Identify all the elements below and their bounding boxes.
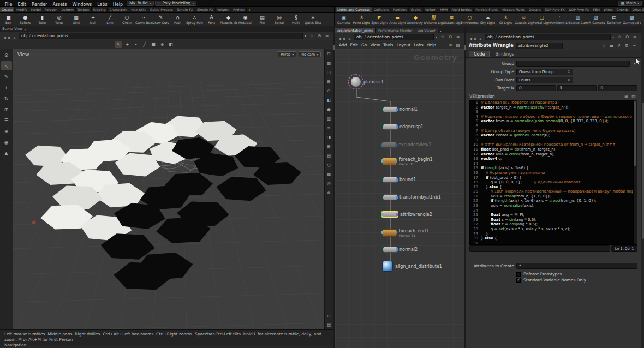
display-background-icon[interactable]: ▩ — [325, 171, 333, 178]
back-icon[interactable]: ◀ — [2, 35, 7, 40]
target-n-field-1[interactable]: 1 — [557, 85, 597, 91]
node-foreach-end1[interactable]: foreach_end1Merge: 31 — [382, 229, 428, 237]
tool-gi-light[interactable]: ☀GI Light — [497, 13, 515, 26]
display-point-normals-icon[interactable]: ⊟ — [325, 78, 333, 85]
checkbox-standard-variable-names-only[interactable]: ✓Standard Variable Names Only — [516, 278, 641, 283]
build-selector[interactable]: My_Build ▾ — [127, 1, 154, 6]
tool-stereo-camera[interactable]: ▥Stereo Camera — [569, 13, 587, 26]
brush-select-icon[interactable]: ✎ — [1, 72, 12, 81]
node-body[interactable] — [382, 261, 393, 272]
shelf-tab-deform[interactable]: Deform — [59, 7, 75, 12]
back-icon[interactable]: ◀ — [337, 36, 342, 41]
display-gamma-icon[interactable]: ⊗ — [325, 189, 333, 196]
sliders-icon[interactable]: ☰ — [607, 43, 615, 49]
display-fields-icon[interactable]: ○ — [325, 161, 333, 169]
tool-curve-bezier[interactable]: ~Curve Bezier — [135, 13, 152, 26]
tool-spray-paint[interactable]: ∴Spray Paint — [186, 13, 203, 26]
shelf-tab-wires[interactable]: Wires — [602, 7, 615, 12]
network-menu-tools[interactable]: Tools — [381, 43, 395, 47]
tool-point-light[interactable]: ☀Point Light — [353, 13, 371, 26]
scene-pane-tab[interactable]: Scene View ▾ — [0, 26, 333, 32]
node-attribwrangle2[interactable]: attribwrangle2 — [382, 211, 432, 218]
shelf-tab-model[interactable]: Model — [29, 7, 43, 12]
tool-area-light[interactable]: ▬Area Light — [389, 13, 407, 26]
pin-icon[interactable]: ⊙ — [315, 33, 323, 39]
display-grid-icon[interactable]: ◎ — [325, 180, 333, 187]
checkbox-box-icon[interactable] — [516, 272, 521, 277]
shelf-tab-terrain-fx[interactable]: Terrain FX — [175, 7, 195, 12]
tool-distant-light[interactable]: ≡Distant Light — [443, 13, 461, 26]
shelf-tab-volume[interactable]: Volume — [216, 7, 231, 12]
prims-mode-icon[interactable]: ■ — [150, 41, 157, 48]
shelf-tab-simple-fx[interactable]: Simple FX — [195, 7, 216, 12]
display-visualizers-icon[interactable]: ⊞ — [325, 143, 333, 150]
network-menu-edit[interactable]: Edit — [349, 43, 360, 47]
checkbox-box-icon[interactable]: ✓ — [516, 278, 521, 283]
path-dropdown-icon[interactable]: ▾ — [612, 35, 614, 39]
tool-portal-light[interactable]: □Portal Light — [533, 13, 551, 26]
tool-helix[interactable]: §Helix — [288, 13, 305, 26]
points-mode-icon[interactable]: ∙ — [132, 41, 140, 48]
group-type-select[interactable]: Guess from Group ↕ — [516, 69, 573, 75]
checkbox-enforce-prototypes[interactable]: Enforce Prototypes — [516, 272, 641, 277]
run-over-select[interactable]: Points ↕ — [516, 77, 573, 83]
display-particles-icon[interactable]: ⊡ — [325, 50, 333, 57]
network-menu-add[interactable]: Add — [337, 43, 349, 47]
node-platonic1[interactable]: platonic1 — [350, 76, 384, 87]
tool-line[interactable]: ╱Line — [102, 13, 118, 26]
handles-tool-icon[interactable]: ☰ — [1, 116, 12, 125]
perspective-selector[interactable]: Persp ▾ — [278, 51, 296, 57]
network-canvas[interactable]: Geometry platonic1normal1edgecusp1explod… — [335, 49, 464, 348]
grid-toggle-icon[interactable]: ⊞ — [325, 313, 333, 320]
shelf-tab-vellum[interactable]: Vellum — [424, 7, 438, 12]
snapping-menu-icon[interactable]: ⊕ — [158, 41, 166, 48]
node-explodedview1[interactable]: explodedview1 — [382, 142, 431, 148]
display-point-numbers-icon[interactable]: ⊙ — [325, 87, 333, 94]
node-body[interactable] — [382, 211, 398, 218]
tool-switcher[interactable]: ⇄Switcher — [605, 13, 623, 26]
shelf-tab-modify[interactable]: Modify — [15, 7, 29, 12]
scale-tool-icon[interactable]: ⊞ — [1, 105, 12, 114]
bookmark-icon[interactable]: ☆ — [308, 33, 315, 39]
display-prim-normals-icon[interactable]: ◧ — [325, 97, 333, 104]
memory-usage-icon[interactable]: ▤ — [325, 321, 333, 328]
display-group-list-icon[interactable]: ◨ — [325, 134, 333, 141]
node-edgecusp1[interactable]: edgecusp1 — [383, 124, 424, 130]
shelf-tab-fem[interactable]: FEM — [591, 7, 601, 12]
node-normal1[interactable]: normal1 — [383, 106, 418, 112]
tab-bindings[interactable]: Bindings — [491, 51, 518, 57]
vex-code-editor[interactable]: 1// Целевая ось (берётся из параметра)2v… — [469, 100, 637, 245]
tool-ambient-light[interactable]: ◦Ambient Light — [551, 13, 569, 26]
tool-gamepad-camera[interactable]: ▩Gamepad Camera — [623, 13, 641, 26]
display-guides-icon[interactable]: ▤ — [325, 152, 333, 159]
back-icon[interactable]: ◀ — [468, 36, 473, 41]
scene-path-field[interactable]: obj / orientation_prims — [19, 33, 303, 39]
tool-font[interactable]: AFont — [203, 13, 220, 26]
shelf-tab-drive-simulation[interactable]: Drive Simulation — [631, 7, 644, 12]
tool-spot-light[interactable]: ◤Spot Light — [371, 13, 389, 26]
shading-menu-icon[interactable]: ◧ — [167, 41, 175, 48]
forward-icon[interactable]: ▶ — [342, 36, 347, 41]
tool-metaball[interactable]: ◉Metaball — [237, 13, 254, 26]
first-person-icon[interactable]: ▲ — [1, 148, 12, 158]
tool-camera[interactable]: ▣Camera — [335, 13, 353, 26]
pin-icon[interactable]: ⊙ — [446, 34, 454, 40]
node-normal2[interactable]: normal2 — [383, 247, 418, 253]
node-body[interactable] — [350, 76, 361, 87]
expand-editor-icon[interactable]: ⊞ — [622, 93, 630, 100]
shelf-tab-create[interactable]: Create — [0, 7, 15, 12]
bookmark-icon[interactable]: ☆ — [439, 34, 446, 40]
view-tool-icon[interactable]: ⊙ — [1, 50, 12, 59]
shelf-tab-oceans[interactable]: Oceans — [527, 7, 543, 12]
panel-menu-icon[interactable]: ≡ — [631, 34, 639, 40]
network-menu-help[interactable]: Help — [425, 43, 438, 47]
group-input[interactable] — [516, 61, 630, 67]
shelf-tab-lights-and-cameras[interactable]: Lights and Cameras — [336, 7, 372, 12]
add-shelf-tab-button[interactable]: + — [247, 7, 253, 12]
shelf-tab-guide-process[interactable]: Guide Process — [148, 7, 175, 12]
tab-list-dropdown-icon[interactable]: ▾ — [438, 29, 443, 33]
node-align-and-distribute1[interactable]: align_and_distribute1 — [382, 261, 442, 272]
target-n-field-2[interactable]: 0 — [598, 85, 637, 91]
tool-file[interactable]: ▤File — [254, 13, 271, 26]
tool-geometry-light[interactable]: ◆Geometry Light — [407, 13, 425, 26]
